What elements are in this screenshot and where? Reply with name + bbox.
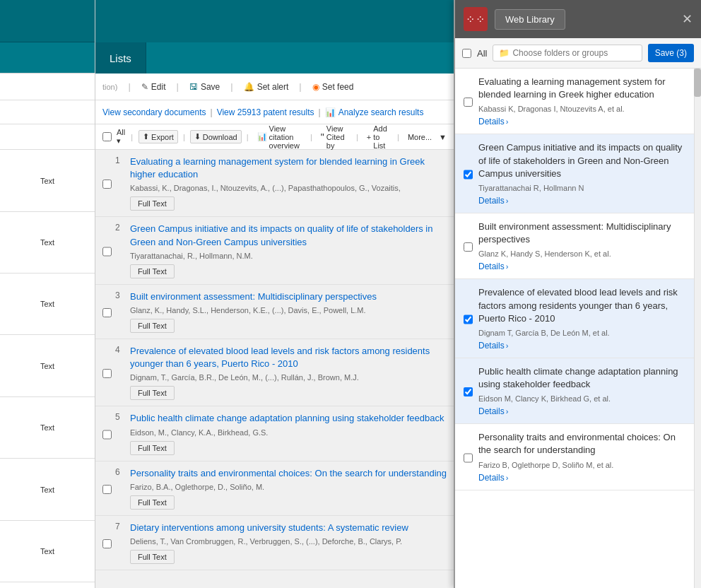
result-authors: Kabassi, K., Dragonas, I., Ntouzevits, A…: [130, 184, 448, 192]
result-title[interactable]: Dietary interventions among university s…: [130, 522, 448, 534]
full-text-button[interactable]: Full Text: [130, 495, 175, 510]
panel-item-details-link[interactable]: Details ›: [478, 473, 685, 483]
citation-overview-button[interactable]: 📊 View citation overview: [254, 123, 305, 151]
mendeley-logo: ⁘⁘: [464, 7, 488, 31]
result-checkbox-5[interactable]: [102, 414, 112, 454]
download-button[interactable]: ⬇ Download: [190, 130, 242, 143]
download-icon: ⬇: [194, 132, 201, 141]
panel-item-details-link[interactable]: Details ›: [478, 341, 685, 351]
panel-item: Built environment assessment: Multidisci…: [455, 213, 694, 279]
result-title[interactable]: Built environment assessment: Multidisci…: [130, 290, 448, 303]
panel-item-authors: Farizo B, Oglethorpe D, Soliño M, et al.: [478, 461, 685, 469]
quoted-icon: ": [321, 131, 324, 143]
result-title[interactable]: Prevalence of elevated blood lead levels…: [130, 345, 448, 370]
save-icon: 🖫: [189, 82, 198, 92]
result-title[interactable]: Evaluating a learning management system …: [130, 155, 448, 181]
panel-item-checkbox-2[interactable]: [464, 143, 473, 206]
result-checkbox-7[interactable]: [102, 524, 112, 564]
full-text-button[interactable]: Full Text: [130, 264, 175, 278]
save-button[interactable]: 🖫 Save: [189, 82, 220, 92]
panel-item-title: Built environment assessment: Multidisci…: [478, 220, 685, 246]
patent-results-link[interactable]: View 25913 patent results: [217, 107, 314, 117]
result-checkbox-1[interactable]: [102, 158, 112, 211]
chevron-right-icon: ›: [506, 407, 509, 416]
panel-item-checkbox-1[interactable]: [464, 78, 473, 127]
result-title[interactable]: Personality traits and environmental cho…: [130, 467, 448, 480]
left-label-2: Text: [0, 212, 95, 274]
panel-all-checkbox[interactable]: [462, 49, 471, 58]
chevron-right-icon: ›: [506, 341, 509, 350]
chevron-right-icon: ›: [506, 474, 509, 482]
panel-item-title: Green Campus initiative and its impacts …: [478, 141, 685, 180]
panel-item: Green Campus initiative and its impacts …: [455, 134, 694, 213]
lists-tab2[interactable]: [146, 42, 175, 74]
result-checkbox-4[interactable]: [102, 347, 112, 400]
left-label-8: Text: [0, 582, 95, 588]
select-all-checkbox[interactable]: [102, 132, 112, 141]
alert-icon: 🔔: [244, 82, 254, 92]
set-alert-button[interactable]: 🔔 Set alert: [244, 82, 289, 92]
panel-item: Public health climate change adaptation …: [455, 358, 694, 424]
panel-item-authors: Dignam T, García B, De León M, et al.: [478, 329, 685, 337]
more-button[interactable]: More...: [404, 131, 435, 143]
export-button[interactable]: ⬆ Export: [139, 130, 178, 143]
web-library-panel: ⁘⁘ Web Library ✕ All 📁 Save (3) Evaluati…: [454, 0, 701, 588]
left-label-1: Text: [0, 150, 95, 212]
left-label-6: Text: [0, 459, 95, 521]
full-text-button[interactable]: Full Text: [130, 550, 175, 564]
panel-item-checkbox-3[interactable]: [464, 223, 473, 271]
full-text-button[interactable]: Full Text: [130, 319, 175, 333]
panel-items: Evaluating a learning management system …: [455, 69, 694, 588]
panel-item-details-link[interactable]: Details ›: [478, 406, 685, 416]
result-checkbox-2[interactable]: [102, 225, 112, 278]
panel-save-button[interactable]: Save (3): [648, 44, 694, 62]
plus-icon: +: [367, 133, 371, 141]
panel-item-authors: Kabassi K, Dragonas I, Ntouzevits A, et …: [478, 105, 685, 113]
export-icon: ⬆: [143, 132, 149, 141]
chevron-right-icon: ›: [506, 196, 509, 205]
result-title[interactable]: Public health climate change adaptation …: [130, 412, 448, 425]
panel-item-details-link[interactable]: Details ›: [478, 261, 685, 271]
folder-input[interactable]: [512, 48, 635, 58]
chevron-right-icon: ›: [506, 262, 509, 271]
panel-header: ⁘⁘ Web Library ✕: [455, 0, 701, 38]
result-authors: Eidson, M., Clancy, K.A., Birkhead, G.S.: [130, 428, 448, 437]
result-checkbox-3[interactable]: [102, 293, 112, 333]
web-library-button[interactable]: Web Library: [495, 9, 565, 30]
set-feed-button[interactable]: ◉ Set feed: [312, 82, 354, 92]
secondary-docs-link[interactable]: View secondary documents: [102, 107, 206, 117]
all-dropdown[interactable]: All ▾: [117, 128, 125, 146]
full-text-button[interactable]: Full Text: [130, 386, 175, 400]
left-label-5: Text: [0, 397, 95, 459]
result-authors: Tiyarattanachai, R., Hollmann, N.M.: [130, 252, 448, 260]
result-title[interactable]: Green Campus initiative and its impacts …: [130, 223, 448, 248]
close-panel-button[interactable]: ✕: [682, 11, 693, 27]
panel-item-authors: Eidson M, Clancy K, Birkhead G, et al.: [478, 394, 685, 403]
full-text-button[interactable]: Full Text: [130, 196, 175, 211]
feed-icon: ◉: [312, 82, 319, 92]
cited-by-button[interactable]: " View Cited by: [317, 123, 351, 151]
panel-item-details-link[interactable]: Details ›: [478, 117, 685, 127]
result-checkbox-6[interactable]: [102, 469, 112, 510]
panel-scrollbar[interactable]: [694, 69, 701, 588]
more-chevron-icon: ▼: [439, 133, 447, 141]
panel-item-checkbox-4[interactable]: [464, 288, 473, 351]
panel-item-details-link[interactable]: Details ›: [478, 196, 685, 206]
folder-icon: 📁: [499, 48, 509, 58]
add-to-list-button[interactable]: + Add to List: [363, 123, 392, 151]
panel-item: Prevalence of elevated blood lead levels…: [455, 279, 694, 358]
panel-item-title: Prevalence of elevated blood lead levels…: [478, 286, 685, 325]
edit-button[interactable]: ✎ Edit: [141, 82, 166, 92]
panel-all-label: All: [477, 48, 487, 59]
citation-icon: 📊: [257, 132, 267, 141]
full-text-button[interactable]: Full Text: [130, 441, 175, 455]
lists-tab[interactable]: Lists: [95, 42, 146, 74]
panel-item: Personality traits and environmental cho…: [455, 424, 694, 490]
result-authors: Glanz, K., Handy, S.L., Henderson, K.E.,…: [130, 306, 448, 314]
panel-item-checkbox-6[interactable]: [464, 433, 473, 482]
panel-item-checkbox-5[interactable]: [464, 368, 473, 416]
left-label-4: Text: [0, 335, 95, 397]
analyze-link[interactable]: Analyze search results: [338, 107, 424, 117]
chart-icon: 📊: [325, 107, 336, 117]
left-label-7: Text: [0, 521, 95, 582]
